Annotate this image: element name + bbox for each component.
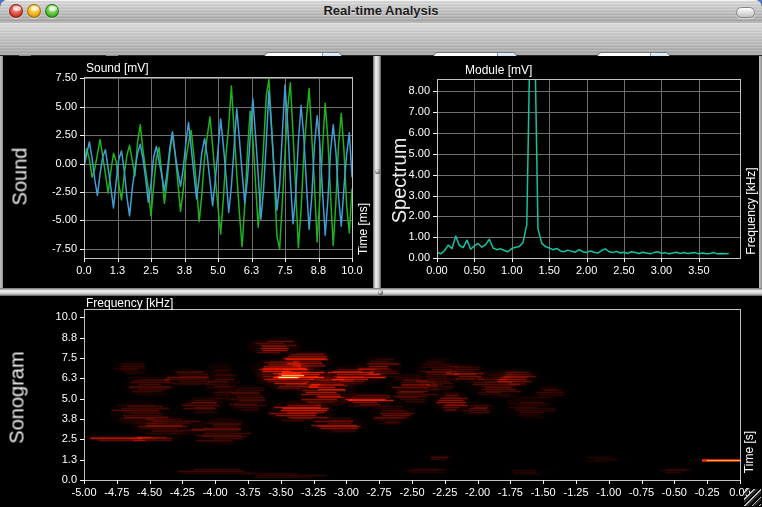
sonogram-panel: Frequency [kHz] Sonogram Time [s] [0,296,762,507]
sonogram-chart-title: Frequency [kHz] [86,296,173,310]
splitter-handle-icon [378,290,383,295]
sonogram-chart-canvas [0,296,762,507]
sonogram-side-label: Sonogram [6,328,29,468]
horizontal-splitter[interactable] [0,288,762,296]
spectrum-chart-canvas [381,56,759,288]
spectrum-panel: Module [mV] Spectrum Frequency [kHz] [381,56,759,288]
spectrum-chart-title: Module [mV] [465,63,532,77]
sound-chart-canvas [3,56,373,288]
spectrum-side-label: Spectrum [388,111,411,251]
app-window: Real-time Analysis Enable Playthru Displ… [0,0,762,507]
splitter-handle-icon [375,169,380,174]
title-bar[interactable]: Real-time Analysis [0,0,762,23]
sonogram-time-axis-label: Time [s] [742,417,756,487]
sound-chart-title: Sound [mV] [86,61,149,75]
spectrum-frequency-axis-label: Frequency [kHz] [744,156,758,266]
window-title: Real-time Analysis [0,3,762,18]
vertical-splitter[interactable] [373,56,381,288]
toolbar: Enable Playthru Display every: 100 ms Re… [0,23,762,56]
sound-panel: Sound [mV] Sound Time [ms] [3,56,373,288]
sound-side-label: Sound [9,107,32,247]
toolbar-toggle-button[interactable] [736,7,755,18]
sound-time-axis-label: Time [ms] [356,184,370,274]
resize-grip[interactable] [744,489,761,506]
